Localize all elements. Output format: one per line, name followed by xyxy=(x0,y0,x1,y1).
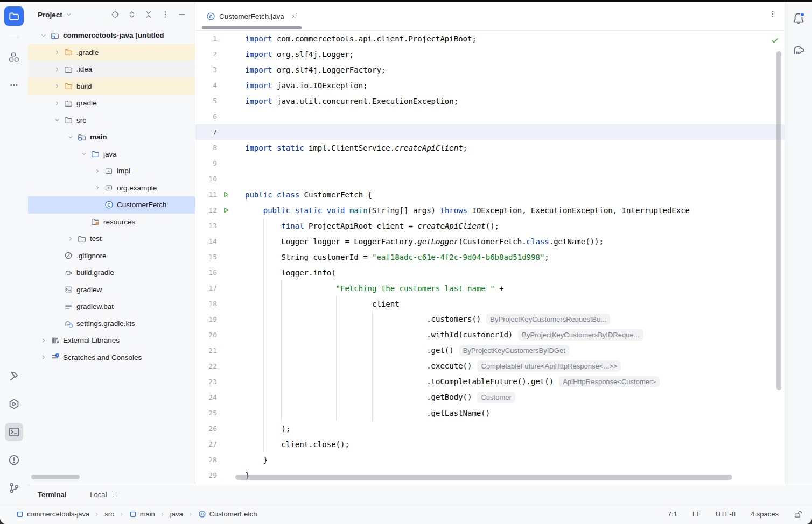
breadcrumb-main[interactable]: main xyxy=(129,510,155,518)
code-line-28[interactable]: 28 } xyxy=(195,452,785,468)
collapse-all-icon[interactable] xyxy=(144,10,153,19)
tool-button-version-control[interactable] xyxy=(5,479,23,497)
chevron-down-icon[interactable] xyxy=(38,32,50,39)
project-view-selector[interactable]: Project xyxy=(38,11,72,19)
editor-vscrollbar[interactable] xyxy=(776,51,781,390)
code-line-23[interactable]: 23 .toCompletableFuture().get()ApiHttpRe… xyxy=(195,374,785,390)
inspections-ok-icon[interactable] xyxy=(771,36,779,45)
code-line-6[interactable]: 6 xyxy=(195,109,785,124)
terminal-title[interactable]: Terminal xyxy=(38,491,66,499)
code-line-15[interactable]: 15 String customerId = "eaf18adc-c61e-4f… xyxy=(195,249,785,265)
editor-options-icon[interactable] xyxy=(768,10,777,18)
code-editor[interactable]: 1import com.commercetools.api.client.Pro… xyxy=(195,31,785,485)
close-terminal-tab-icon[interactable] xyxy=(111,491,118,498)
code-line-20[interactable]: 20 .withId(customerId)ByProjectKeyCustom… xyxy=(195,327,785,343)
tree-item-build[interactable]: build xyxy=(28,78,195,95)
breadcrumb-customerfetch[interactable]: CCustomerFetch xyxy=(198,510,257,518)
code-line-18[interactable]: 18 client xyxy=(195,296,785,311)
tool-button-build[interactable] xyxy=(5,367,23,385)
tree-item-scratches-and-consoles[interactable]: Scratches and Consoles xyxy=(28,349,195,366)
chevron-down-icon[interactable] xyxy=(65,134,76,140)
tab-customerfetch-java[interactable]: C CustomerFetch.java xyxy=(200,2,304,30)
chevron-right-icon[interactable] xyxy=(51,100,63,107)
breadcrumb-src[interactable]: src xyxy=(104,510,114,518)
breadcrumb-java[interactable]: java xyxy=(170,510,183,518)
code-line-5[interactable]: 5import java.util.concurrent.ExecutionEx… xyxy=(195,93,785,109)
locate-icon[interactable] xyxy=(111,10,120,19)
tree-item-main[interactable]: main xyxy=(28,129,195,146)
code-line-4[interactable]: 4import java.io.IOException; xyxy=(195,77,785,93)
code-line-13[interactable]: 13 final ProjectApiRoot client = createA… xyxy=(195,218,785,233)
status-indent-style[interactable]: 4 spaces xyxy=(751,510,779,518)
editor-hscrollbar[interactable] xyxy=(235,475,732,480)
code-line-9[interactable]: 9 xyxy=(195,155,785,171)
tree-item-org-example[interactable]: org.example xyxy=(28,180,195,197)
tool-button-services[interactable] xyxy=(5,395,23,413)
tree-item-impl[interactable]: impl xyxy=(28,162,195,180)
tool-button-gradle[interactable] xyxy=(790,41,807,58)
run-icon[interactable] xyxy=(217,206,235,214)
tree-item-resources[interactable]: resources xyxy=(28,214,195,231)
chevron-right-icon[interactable] xyxy=(92,185,103,191)
code-line-2[interactable]: 2import org.slf4j.Logger; xyxy=(195,46,785,62)
tree-item-test[interactable]: test xyxy=(28,230,195,247)
hide-icon[interactable] xyxy=(178,10,186,19)
code-line-8[interactable]: 8import static impl.ClientService.create… xyxy=(195,140,785,155)
tool-button-problems[interactable] xyxy=(5,451,23,469)
tree-item-external-libraries[interactable]: External Libraries xyxy=(28,332,195,349)
status-line-separator[interactable]: LF xyxy=(692,510,701,518)
tree-item-gradle[interactable]: .gradle xyxy=(28,44,195,61)
chevron-right-icon[interactable] xyxy=(65,236,76,242)
code-line-7[interactable]: 7 xyxy=(195,124,785,140)
chevron-down-icon[interactable] xyxy=(78,151,90,157)
chevron-down-icon[interactable] xyxy=(51,117,63,123)
tree-item-settings-gradle-kts[interactable]: settings.gradle.kts xyxy=(28,315,195,332)
code-line-17[interactable]: 17 "Fetching the customers last name " + xyxy=(195,280,785,296)
code-line-21[interactable]: 21 .get()ByProjectKeyCustomersByIDGet xyxy=(195,343,785,358)
chevron-right-icon[interactable] xyxy=(38,337,50,344)
expand-all-icon[interactable] xyxy=(128,10,136,19)
tree-item-gradlew-bat[interactable]: gradlew.bat xyxy=(28,298,195,315)
code-line-16[interactable]: 16 logger.info( xyxy=(195,265,785,280)
tool-button-terminal[interactable] xyxy=(5,423,23,441)
tree-item-gradle[interactable]: gradle xyxy=(28,95,195,112)
breadcrumb-commercetools-java[interactable]: commercetools-java xyxy=(16,510,89,518)
tree-item-build-gradle[interactable]: build.gradle xyxy=(28,264,195,281)
tree-item-idea[interactable]: .idea xyxy=(28,61,195,78)
close-tab-icon[interactable] xyxy=(290,13,297,20)
code-line-11[interactable]: 11public class CustomerFetch { xyxy=(195,187,785,202)
chevron-right-icon[interactable] xyxy=(38,354,50,360)
code-line-12[interactable]: 12 public static void main(String[] args… xyxy=(195,202,785,218)
chevron-right-icon[interactable] xyxy=(51,66,63,73)
code-line-26[interactable]: 26 ); xyxy=(195,421,785,436)
code-line-24[interactable]: 24 .getBody()Customer xyxy=(195,390,785,405)
tool-button-more-tool-windows[interactable] xyxy=(5,76,23,94)
tool-button-notifications[interactable] xyxy=(790,10,807,27)
tree-item-src[interactable]: src xyxy=(28,112,195,129)
tree-item-gitignore[interactable]: .gitignore xyxy=(28,247,195,265)
tool-button-structure[interactable] xyxy=(5,48,23,66)
chevron-right-icon[interactable] xyxy=(51,83,63,89)
chevron-right-icon[interactable] xyxy=(92,168,103,174)
tree-item-commercetools-java-untitled[interactable]: commercetools-java [untitled xyxy=(28,27,195,44)
terminal-tab-local[interactable]: Local xyxy=(90,491,118,499)
code-line-14[interactable]: 14 Logger logger = LoggerFactory.getLogg… xyxy=(195,233,785,249)
status-caret-position[interactable]: 7:1 xyxy=(668,510,677,518)
tool-button-project[interactable] xyxy=(4,6,24,26)
status-file-encoding[interactable]: UTF-8 xyxy=(716,510,736,518)
project-tree-hscrollbar[interactable] xyxy=(31,475,80,479)
tree-item-gradlew[interactable]: gradlew xyxy=(28,281,195,299)
code-line-22[interactable]: 22 .execute()CompletableFuture<ApiHttpRe… xyxy=(195,358,785,374)
code-line-10[interactable]: 10 xyxy=(195,171,785,187)
tree-item-java[interactable]: java xyxy=(28,146,195,163)
code-line-27[interactable]: 27 client.close(); xyxy=(195,436,785,452)
run-icon[interactable] xyxy=(217,190,235,199)
code-line-1[interactable]: 1import com.commercetools.api.client.Pro… xyxy=(195,31,785,46)
more-vertical-icon[interactable] xyxy=(161,10,170,19)
code-line-19[interactable]: 19 .customers()ByProjectKeyCustomersRequ… xyxy=(195,311,785,327)
code-line-25[interactable]: 25 .getLastName() xyxy=(195,405,785,421)
code-line-3[interactable]: 3import org.slf4j.LoggerFactory; xyxy=(195,62,785,77)
unlocked-icon[interactable] xyxy=(794,510,802,519)
chevron-right-icon[interactable] xyxy=(51,49,63,55)
tree-item-customerfetch[interactable]: CCustomerFetch xyxy=(28,196,195,214)
